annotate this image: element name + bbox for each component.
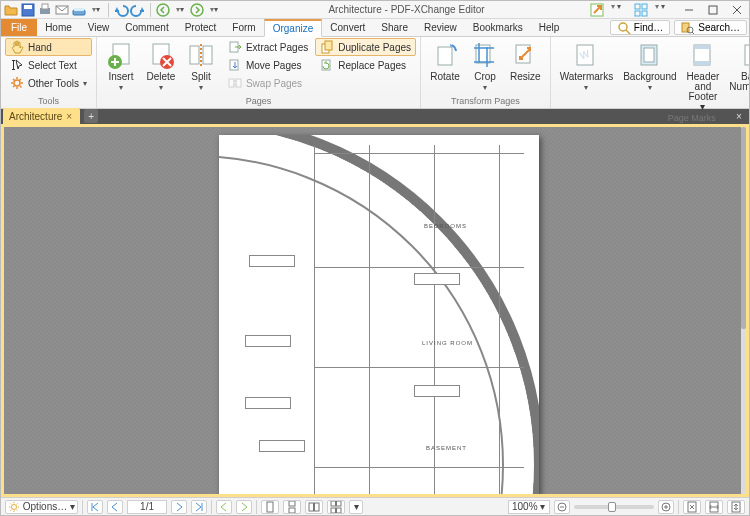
find-button[interactable]: Find… xyxy=(610,20,670,35)
save-icon[interactable] xyxy=(20,2,36,18)
close-button[interactable] xyxy=(725,1,749,19)
replace-pages-button[interactable]: Replace Pages xyxy=(315,56,416,74)
launch-app-icon[interactable] xyxy=(589,2,605,18)
fit-width-button[interactable] xyxy=(705,500,723,514)
document-viewport[interactable]: BEDROOMS LIVING ROOM BASEMENT xyxy=(1,127,749,497)
scan-icon[interactable] xyxy=(71,2,87,18)
header-footer-button[interactable]: Header and Footer ▾ xyxy=(682,38,725,113)
prev-page-button[interactable] xyxy=(107,500,123,514)
crop-button[interactable]: Crop▾ xyxy=(465,38,505,94)
svg-rect-32 xyxy=(438,47,452,65)
tab-help[interactable]: Help xyxy=(531,19,568,36)
layout-continuous-button[interactable] xyxy=(283,500,301,514)
select-text-button[interactable]: Select Text xyxy=(5,56,92,74)
qat-dropdown-icon[interactable]: ▾ xyxy=(88,2,104,18)
svg-rect-41 xyxy=(694,61,710,65)
back-dropdown-icon[interactable]: ▾ xyxy=(172,2,188,18)
email-icon[interactable] xyxy=(54,2,70,18)
split-pages-button[interactable]: Split▾ xyxy=(181,38,221,94)
zoom-field[interactable]: 100% ▾ xyxy=(508,500,550,514)
delete-pages-button[interactable]: Delete▾ xyxy=(141,38,181,94)
fit-page-button[interactable] xyxy=(683,500,701,514)
tab-protect[interactable]: Protect xyxy=(177,19,225,36)
search-button[interactable]: Search… xyxy=(674,20,747,35)
page-number-field[interactable]: 1/1 xyxy=(127,500,167,514)
tab-organize[interactable]: Organize xyxy=(264,19,323,37)
extract-pages-button[interactable]: Extract Pages xyxy=(223,38,313,56)
open-icon[interactable] xyxy=(3,2,19,18)
move-icon xyxy=(228,58,242,72)
layout-two-continuous-button[interactable] xyxy=(327,500,345,514)
print-icon[interactable] xyxy=(37,2,53,18)
forward-icon[interactable] xyxy=(189,2,205,18)
ribbon: Hand Select Text Other Tools ▾ Tools Ins… xyxy=(1,37,749,109)
tab-share[interactable]: Share xyxy=(373,19,416,36)
ui-options-icon[interactable] xyxy=(633,2,649,18)
resize-button[interactable]: Resize xyxy=(505,38,546,83)
hand-tool-button[interactable]: Hand xyxy=(5,38,92,56)
swap-pages-button[interactable]: Swap Pages xyxy=(223,74,313,92)
scrollbar-thumb[interactable] xyxy=(741,127,746,329)
back-icon[interactable] xyxy=(155,2,171,18)
prev-view-button[interactable] xyxy=(216,500,232,514)
layout-two-button[interactable] xyxy=(305,500,323,514)
close-all-docs-button[interactable]: × xyxy=(731,108,747,124)
ui-dropdown-icon[interactable]: ▾ xyxy=(655,2,671,18)
tab-bookmarks[interactable]: Bookmarks xyxy=(465,19,531,36)
move-pages-button[interactable]: Move Pages xyxy=(223,56,313,74)
watermarks-button[interactable]: W Watermarks▾ xyxy=(555,38,619,94)
tab-form[interactable]: Form xyxy=(224,19,263,36)
swap-icon xyxy=(228,76,242,90)
forward-dropdown-icon[interactable]: ▾ xyxy=(206,2,222,18)
tab-review[interactable]: Review xyxy=(416,19,465,36)
duplicate-pages-button[interactable]: Duplicate Pages xyxy=(315,38,416,56)
select-text-icon xyxy=(10,58,24,72)
document-tab-close-icon[interactable]: × xyxy=(66,111,72,122)
redo-icon[interactable] xyxy=(130,2,146,18)
rotate-button[interactable]: Rotate xyxy=(425,38,465,83)
room-label: LIVING ROOM xyxy=(422,340,473,346)
zoom-value: 100% xyxy=(512,501,538,512)
extract-label: Extract Pages xyxy=(246,42,308,53)
maximize-button[interactable] xyxy=(701,1,725,19)
next-page-button[interactable] xyxy=(171,500,187,514)
separator xyxy=(108,3,109,17)
other-tools-button[interactable]: Other Tools ▾ xyxy=(5,74,92,92)
document-tab[interactable]: Architecture × xyxy=(3,108,80,124)
undo-icon[interactable] xyxy=(113,2,129,18)
next-view-button[interactable] xyxy=(236,500,252,514)
svg-rect-48 xyxy=(289,501,295,506)
zoom-slider-knob[interactable] xyxy=(608,502,616,512)
actual-size-button[interactable] xyxy=(727,500,745,514)
layout-more-button[interactable]: ▾ xyxy=(349,500,363,514)
svg-rect-11 xyxy=(642,4,647,9)
last-page-button[interactable] xyxy=(191,500,207,514)
zoom-slider[interactable] xyxy=(574,505,654,509)
layout-single-button[interactable] xyxy=(261,500,279,514)
tab-view[interactable]: View xyxy=(80,19,118,36)
new-document-tab-button[interactable]: + xyxy=(84,109,98,123)
vertical-scrollbar[interactable] xyxy=(741,127,746,494)
svg-rect-14 xyxy=(709,6,717,14)
tab-comment[interactable]: Comment xyxy=(117,19,176,36)
insert-label: Insert xyxy=(108,71,133,82)
minimize-button[interactable] xyxy=(677,1,701,19)
room-label: BEDROOMS xyxy=(424,223,467,229)
insert-pages-button[interactable]: Insert▾ xyxy=(101,38,141,94)
tab-convert[interactable]: Convert xyxy=(322,19,373,36)
file-tab[interactable]: File xyxy=(1,19,37,36)
svg-rect-10 xyxy=(635,4,640,9)
pdf-page[interactable]: BEDROOMS LIVING ROOM BASEMENT xyxy=(219,135,539,495)
svg-point-46 xyxy=(12,504,17,509)
window-controls xyxy=(677,1,749,19)
bates-button[interactable]: # Bates Numbering ▾ xyxy=(724,38,750,103)
svg-point-7 xyxy=(157,4,169,16)
svg-rect-27 xyxy=(229,79,234,87)
first-page-button[interactable] xyxy=(87,500,103,514)
options-button[interactable]: Options… ▾ xyxy=(5,500,78,514)
background-button[interactable]: Background▾ xyxy=(618,38,681,94)
tab-home[interactable]: Home xyxy=(37,19,80,36)
zoom-out-button[interactable] xyxy=(554,500,570,514)
zoom-in-button[interactable] xyxy=(658,500,674,514)
launch-dropdown-icon[interactable]: ▾ xyxy=(611,2,627,18)
